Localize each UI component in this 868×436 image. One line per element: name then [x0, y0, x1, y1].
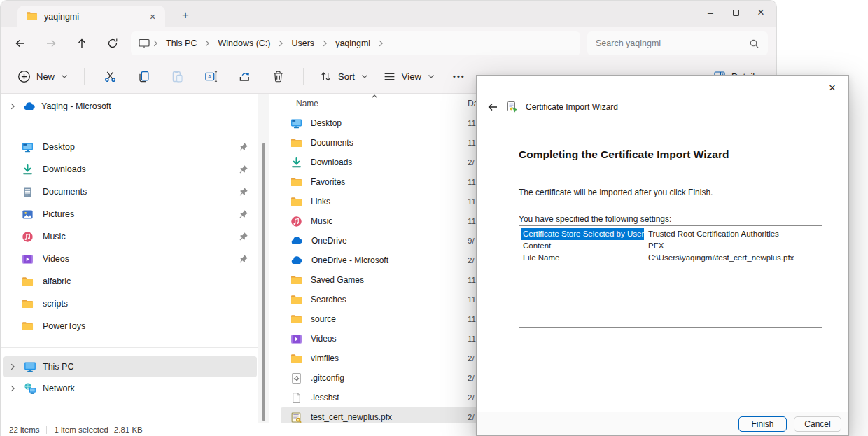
folder-icon: [22, 276, 34, 288]
chevron-right-icon: [276, 38, 286, 48]
sort-ascending-icon[interactable]: [370, 94, 379, 101]
file-name: Saved Games: [311, 275, 364, 285]
settings-table[interactable]: Certificate Store Selected by UserTruste…: [519, 225, 822, 328]
chevron-right-icon[interactable]: [8, 362, 18, 372]
rename-icon: A: [204, 70, 218, 83]
delete-button[interactable]: [263, 64, 293, 89]
new-tab-button[interactable]: +: [177, 7, 194, 24]
pin-icon: [239, 164, 248, 174]
more-options-button[interactable]: •••: [444, 64, 474, 89]
pin-icon: [239, 142, 248, 152]
share-button[interactable]: [230, 64, 259, 89]
file-date-modified: 2/: [468, 354, 475, 363]
view-button[interactable]: View: [376, 64, 442, 89]
minimize-icon[interactable]: –: [698, 2, 723, 23]
dialog-close-icon[interactable]: ×: [820, 78, 844, 98]
setting-label: Certificate Store Selected by User: [521, 228, 644, 240]
pin-icon: [239, 254, 248, 264]
folder-icon: [22, 321, 34, 332]
videos-icon: [22, 253, 34, 265]
setting-value: C:\Users\yaqingmi\test_cert_newplus.pfx: [644, 252, 794, 264]
sidebar-item-documents[interactable]: Documents: [4, 181, 257, 203]
sidebar-item-this-pc[interactable]: This PC: [4, 356, 257, 377]
file-name: Favorites: [311, 177, 345, 187]
file-name: Videos: [311, 334, 336, 344]
settings-intro: You have specified the following setting…: [519, 214, 671, 224]
file-name: Searches: [311, 295, 346, 304]
file-name: Downloads: [311, 157, 352, 167]
folder-icon: [290, 294, 302, 306]
sidebar-item-desktop[interactable]: Desktop: [4, 136, 257, 158]
videos-icon: [290, 333, 302, 345]
sidebar-item-network[interactable]: Network: [4, 378, 257, 399]
folder-icon: [290, 176, 302, 188]
chevron-right-icon: [150, 38, 160, 48]
back-button[interactable]: [5, 31, 36, 56]
sidebar-item-downloads[interactable]: Downloads: [4, 158, 257, 181]
finish-button[interactable]: Finish: [738, 416, 787, 432]
copy-button[interactable]: [129, 64, 158, 89]
file-date-modified: 11: [468, 276, 476, 284]
refresh-button[interactable]: [97, 31, 128, 56]
settings-row[interactable]: ContentPFX: [519, 240, 822, 252]
pin-icon: [239, 187, 248, 197]
breadcrumb-item[interactable]: Users: [286, 38, 320, 48]
folder-icon: [22, 298, 34, 310]
breadcrumb-item[interactable]: This PC: [160, 38, 202, 48]
setting-value: PFX: [644, 240, 664, 252]
items-count: 22 items: [9, 426, 39, 434]
chevron-down-icon: [360, 72, 369, 80]
file-name: Links: [311, 197, 330, 206]
column-header-name[interactable]: Name: [296, 99, 318, 108]
explorer-tab[interactable]: yaqingmi ×: [18, 6, 165, 27]
sidebar-item-pictures[interactable]: Pictures: [4, 203, 257, 225]
sidebar-item-scripts[interactable]: scripts: [4, 293, 257, 315]
tab-close-icon[interactable]: ×: [146, 10, 160, 24]
file-name: OneDrive: [312, 236, 347, 246]
onedrive-icon: [290, 254, 303, 267]
new-button[interactable]: New: [10, 64, 76, 89]
breadcrumb-item[interactable]: yaqingmi: [330, 38, 376, 48]
close-icon[interactable]: ×: [748, 2, 774, 23]
dialog-footer: Finish Cancel: [477, 412, 848, 435]
chevron-right-icon[interactable]: [8, 384, 18, 393]
tab-label: yaqingmi: [44, 12, 139, 22]
file-date-modified: 11: [468, 139, 476, 147]
sidebar-item-aifabric[interactable]: aifabric: [4, 270, 257, 293]
certificate-import-wizard-dialog: × Certificate Import Wizard Completing t…: [476, 75, 849, 436]
file-date-modified: 2/: [468, 374, 475, 382]
certfile-icon: [290, 412, 302, 423]
settings-row[interactable]: Certificate Store Selected by UserTruste…: [519, 228, 822, 240]
rename-button[interactable]: A: [196, 64, 225, 89]
up-button[interactable]: [66, 31, 97, 56]
cancel-button[interactable]: Cancel: [794, 416, 841, 432]
sidebar-item-onedrive[interactable]: Yaqing - Microsoft: [4, 96, 257, 117]
sort-button[interactable]: Sort: [312, 64, 376, 89]
thispc-icon: [24, 360, 36, 373]
sidebar-item-videos[interactable]: Videos: [4, 248, 257, 270]
file-name: OneDrive - Microsoft: [312, 255, 388, 265]
file-name: .lesshst: [311, 393, 340, 402]
maximize-icon[interactable]: [723, 2, 748, 23]
file-date-modified: 11: [468, 119, 476, 127]
sidebar-item-powertoys[interactable]: PowerToys: [4, 315, 257, 337]
search-box[interactable]: Search yaqingmi: [587, 31, 768, 55]
file-date-modified: 11: [468, 315, 476, 323]
svg-text:A: A: [208, 73, 212, 80]
file-date-modified: 2/: [468, 413, 475, 421]
breadcrumb-item[interactable]: Windows (C:): [212, 38, 276, 48]
documents-icon: [22, 186, 34, 198]
file-name: test_cert_newplus.pfx: [311, 412, 392, 422]
settings-row[interactable]: File NameC:\Users\yaqingmi\test_cert_new…: [519, 252, 822, 264]
dialog-back-button[interactable]: [486, 101, 499, 113]
setting-value: Trusted Root Certification Authorities: [644, 228, 779, 240]
chevron-right-icon: [376, 38, 386, 48]
share-icon: [238, 70, 251, 83]
chevron-right-icon[interactable]: [8, 101, 18, 111]
cut-button[interactable]: [95, 64, 125, 89]
sidebar-item-music[interactable]: Music: [4, 225, 257, 248]
forward-button[interactable]: [36, 31, 66, 56]
dialog-title: Certificate Import Wizard: [526, 102, 618, 112]
tab-bar: yaqingmi × + – ×: [1, 1, 776, 27]
network-icon: [24, 382, 36, 395]
